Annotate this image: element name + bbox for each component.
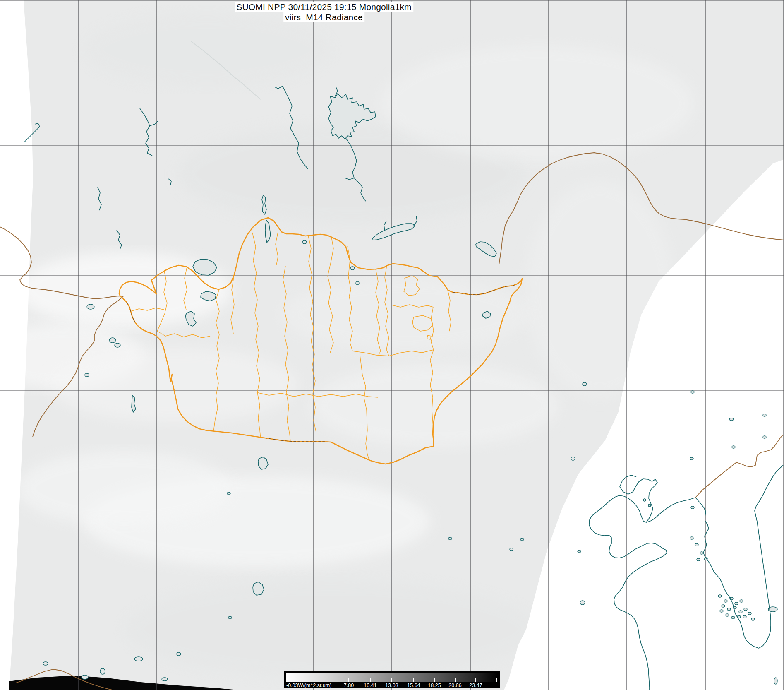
small-lake-or-island [690,537,693,539]
small-lake-or-island [227,492,230,495]
colorbar-tick [496,678,497,682]
small-lake-or-island [85,373,89,377]
small-lake-or-island [729,418,734,421]
small-lake-or-island [583,382,587,386]
colorbar-unit-label: -0.03W/(m^2.sr.um) [286,683,331,688]
small-lake-or-island [691,506,694,509]
small-lake-or-island [691,391,694,393]
small-lake-or-island [82,675,88,679]
small-lake-or-island [695,543,698,546]
small-lake-or-island [162,678,168,681]
small-lake-or-island [722,605,725,607]
small-lake-or-island [350,267,355,270]
small-lake-or-island [100,668,105,674]
small-lake-or-island [727,608,731,611]
small-lake-or-island [740,600,743,602]
small-lake-or-island [578,550,581,553]
colorbar-value: 13.03 [385,683,398,688]
small-lake-or-island [700,552,703,554]
colorbar-tick [391,678,392,682]
cloud-texture [83,12,331,87]
small-lake-or-island [744,608,747,611]
small-lake-or-island [743,615,746,618]
small-lake-or-island [510,548,513,551]
small-lake-or-island [774,678,777,684]
colorbar-tick [413,678,414,682]
small-lake-or-island [448,537,452,540]
small-lake-or-island [751,618,755,620]
small-lake-or-island [739,611,742,613]
small-lake-or-island [115,343,120,347]
colorbar-tick [475,678,476,682]
radiance-colorbar: -0.03W/(m^2.sr.um) 7.80 10.41 13.03 15.6… [284,671,500,688]
cloud-texture [310,364,559,447]
colorbar-value: 15.64 [407,683,420,688]
colorbar-value: 7.80 [344,683,354,688]
cloud-texture [381,46,695,161]
small-lake-or-island [580,601,585,605]
small-lake-or-island [732,446,735,448]
colorbar-tick [348,678,349,682]
small-lake-or-island [643,499,646,501]
colorbar-value: 23.47 [469,683,482,688]
cloud-texture [281,277,530,352]
cloud-texture [124,579,538,679]
colorbar-value: 18.25 [428,683,441,688]
small-lake-or-island [177,652,181,656]
title-line-1: SUOMI NPP 30/11/2025 19:15 Mongolia1km [235,2,413,12]
map-canvas [0,0,784,690]
small-lake-or-island [648,504,651,507]
small-lake-or-island [718,595,722,597]
small-lake-or-island [726,614,729,616]
small-lake-or-island [697,558,700,561]
title-line-2: viirs_M14 Radiance [235,12,413,22]
small-lake-or-island [763,436,766,438]
small-lake-or-island [356,281,359,285]
small-lake-or-island [571,457,575,460]
colorbar-tick [434,678,435,682]
colorbar-value: 10.41 [364,683,376,688]
small-lake-or-island [87,304,94,309]
satellite-map-screen: SUOMI NPP 30/11/2025 19:15 Mongolia1km v… [0,0,784,690]
small-lake-or-island [748,612,751,615]
small-lake-or-island [724,600,727,602]
small-lake-or-island [735,602,738,605]
cloud-texture [50,348,298,422]
colorbar-tick [370,678,371,682]
small-lake-or-island [228,616,232,619]
small-lake-or-island [520,538,524,541]
map-title: SUOMI NPP 30/11/2025 19:15 Mongolia1km v… [235,2,413,22]
small-lake-or-island [109,338,116,343]
small-lake-or-island [690,457,693,460]
small-lake-or-island [43,662,48,665]
colorbar-value: 20.86 [448,683,461,688]
colorbar-tick [455,678,456,682]
small-lake-or-island [720,610,723,612]
cloud-texture [17,451,232,526]
small-lake-or-island [134,657,143,661]
small-lake-or-island [302,240,307,244]
small-lake-or-island [763,414,766,416]
colorbar-labels: -0.03W/(m^2.sr.um) 7.80 10.41 13.03 15.6… [284,683,500,688]
small-lake-or-island [731,616,735,619]
